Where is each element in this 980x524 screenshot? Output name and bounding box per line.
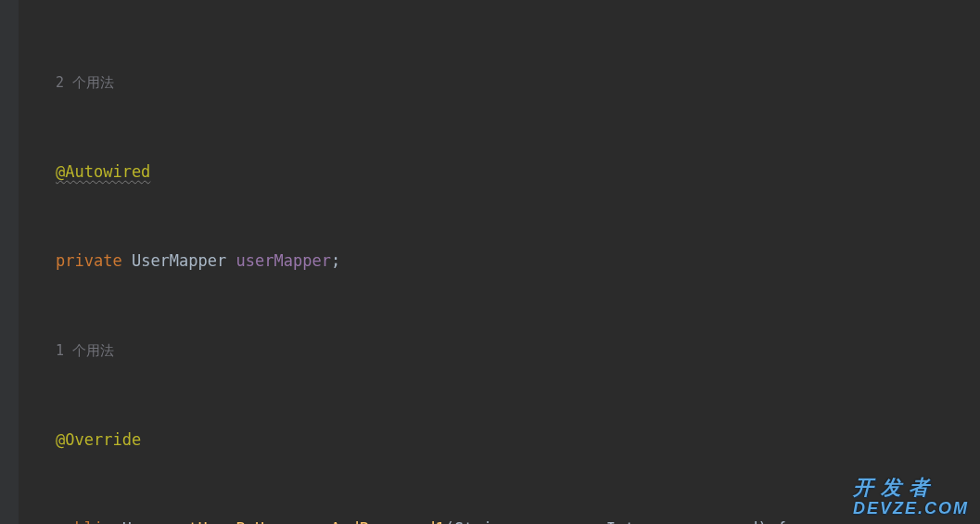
keyword-private: private xyxy=(56,251,122,270)
code-line[interactable]: @Autowired xyxy=(19,157,980,186)
keyword-public: public xyxy=(56,519,112,524)
code-line[interactable]: private UserMapper userMapper; xyxy=(19,246,980,275)
code-line[interactable]: public User getUserByUsernameAndPassword… xyxy=(19,514,980,524)
usage-hint[interactable]: 1 个用法 xyxy=(19,335,980,365)
param-username: username xyxy=(521,519,597,524)
type-integer: Integer xyxy=(606,519,673,524)
brace-open: { xyxy=(777,519,786,524)
method-name: getUserByUsernameAndPassword1 xyxy=(170,519,445,524)
annotation-override: @Override xyxy=(56,430,141,449)
type-usermapper: UserMapper xyxy=(132,251,226,270)
type-string: String xyxy=(454,519,511,524)
annotation-autowired: @Autowired xyxy=(56,162,150,181)
code-editor[interactable]: 2 个用法 @Autowired private UserMapper user… xyxy=(0,0,980,524)
param-password: password xyxy=(682,519,758,524)
semicolon: ; xyxy=(331,251,340,270)
field-usermapper: userMapper xyxy=(236,251,331,270)
type-user: User xyxy=(122,519,160,524)
code-line[interactable]: @Override xyxy=(19,425,980,454)
usage-hint[interactable]: 2 个用法 xyxy=(19,67,980,97)
